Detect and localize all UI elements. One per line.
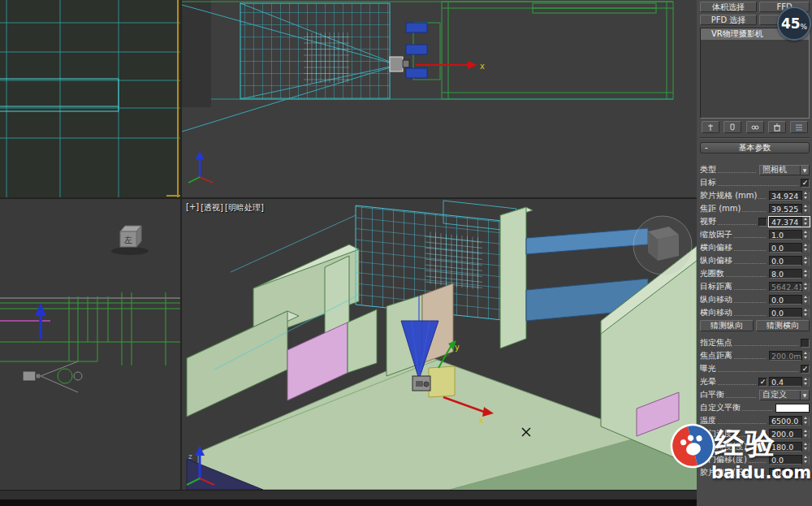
- spinner-down-icon[interactable]: [802, 196, 809, 201]
- spinner-field[interactable]: 5642.41: [769, 282, 810, 292]
- spinner-down-icon[interactable]: [802, 434, 809, 439]
- spinner-down-icon[interactable]: [802, 209, 809, 214]
- guess-button[interactable]: 猜测横向: [756, 320, 810, 331]
- spinner-field[interactable]: 180.0: [769, 442, 810, 452]
- rollout-collapse-icon[interactable]: -: [705, 143, 708, 153]
- spinner-arrows[interactable]: [801, 377, 809, 387]
- spinner-arrows[interactable]: [801, 308, 809, 318]
- spinner-arrows[interactable]: [801, 230, 809, 240]
- spinner-field[interactable]: 200.0: [769, 429, 810, 439]
- rollout-basic-params[interactable]: - 基本参数: [700, 142, 810, 154]
- viewport-top[interactable]: x: [182, 0, 697, 197]
- param-label: 快门速度: [700, 428, 732, 439]
- pink-wall-left[interactable]: [287, 322, 348, 400]
- spinner-down-icon[interactable]: [802, 447, 809, 452]
- dotted-leader: [734, 431, 766, 437]
- spinner-arrows[interactable]: [801, 282, 809, 292]
- spinner-field[interactable]: 39.525: [769, 204, 810, 214]
- spinner-down-icon[interactable]: [802, 248, 809, 253]
- viewcube-left[interactable]: 左: [111, 226, 149, 255]
- spinner-down-icon[interactable]: [802, 473, 809, 478]
- checkbox[interactable]: ✓: [801, 179, 810, 188]
- spinner-field[interactable]: 0.0: [769, 243, 810, 253]
- field-value: 0.4: [770, 378, 801, 387]
- spinner-field[interactable]: 6500.0: [769, 416, 810, 426]
- param-label: 指定焦点: [700, 337, 732, 348]
- spinner-field[interactable]: 1.0: [769, 230, 810, 240]
- viewport-top-left[interactable]: [0, 0, 180, 197]
- spinner-arrows[interactable]: [801, 217, 809, 227]
- pin-stack-icon[interactable]: [702, 121, 719, 133]
- checkbox[interactable]: ✓: [801, 365, 810, 374]
- spinner-field[interactable]: 8.0: [769, 269, 810, 279]
- progress-badge: 45%: [777, 6, 811, 41]
- rollout-title: 基本参数: [739, 143, 771, 152]
- param-label: 纵向偏移: [700, 255, 732, 266]
- viewport-divider-horizontal[interactable]: [0, 197, 697, 199]
- spinner-down-icon[interactable]: [802, 235, 809, 240]
- viewport-menu-shading[interactable]: [明暗处理]: [225, 202, 264, 214]
- dropdown[interactable]: 照相机▼: [759, 165, 810, 175]
- modifier-button-pfd-select[interactable]: PFD 选择: [700, 15, 757, 25]
- spinner-field[interactable]: 0.0: [769, 308, 810, 318]
- color-swatch[interactable]: [775, 404, 810, 413]
- spinner-arrows[interactable]: [801, 269, 809, 279]
- modifier-button-vol-select[interactable]: 体积选择: [700, 2, 757, 12]
- spinner-arrows[interactable]: [801, 429, 809, 439]
- spinner-field[interactable]: 0.0: [769, 256, 810, 266]
- spinner-arrows[interactable]: [801, 442, 809, 452]
- spinner-down-icon[interactable]: [802, 261, 809, 266]
- dotted-leader: [718, 167, 756, 173]
- spinner-arrows[interactable]: [801, 468, 809, 478]
- spinner-field[interactable]: 200.0m: [769, 351, 810, 361]
- spinner-down-icon[interactable]: [802, 382, 809, 387]
- modifier-stack-list[interactable]: VR物理摄影机: [700, 28, 810, 119]
- spinner-down-icon[interactable]: [802, 356, 809, 361]
- spinner-field[interactable]: 100.0: [769, 468, 810, 478]
- make-unique-icon[interactable]: [746, 121, 764, 133]
- viewport-perspective[interactable]: y x z: [182, 199, 697, 490]
- viewport-menu-general[interactable]: [+]: [186, 202, 199, 214]
- configure-modifier-sets-icon[interactable]: [790, 121, 808, 133]
- checkbox[interactable]: [801, 339, 810, 348]
- spinner-field[interactable]: 0.0: [769, 455, 810, 465]
- checkbox[interactable]: [758, 218, 767, 227]
- spinner-down-icon[interactable]: [802, 287, 809, 292]
- spinner-field[interactable]: 0.4: [769, 377, 810, 387]
- dropdown[interactable]: 自定义▼: [759, 390, 810, 400]
- spinner-arrows[interactable]: [801, 295, 809, 305]
- viewport-left[interactable]: 左: [0, 199, 180, 490]
- spinner-down-icon[interactable]: [802, 313, 809, 318]
- spinner-down-icon[interactable]: [802, 274, 809, 279]
- field-value: 6500.0: [770, 417, 801, 426]
- viewport-label: [+] [透视] [明暗处理]: [186, 202, 264, 214]
- spinner-down-icon[interactable]: [802, 421, 809, 426]
- spinner-down-icon[interactable]: [802, 460, 809, 465]
- viewport-menu-pov[interactable]: [透视]: [201, 202, 223, 214]
- spinner-field[interactable]: 34.924: [769, 191, 810, 201]
- show-end-result-icon[interactable]: [723, 121, 741, 133]
- spinner-field[interactable]: 0.0: [769, 295, 810, 305]
- remove-modifier-icon[interactable]: [768, 121, 786, 133]
- spinner-down-icon[interactable]: [802, 300, 809, 305]
- blue-beam-top[interactable]: [526, 228, 648, 254]
- spinner-arrows[interactable]: [801, 351, 809, 361]
- viewcube[interactable]: [633, 216, 692, 275]
- top-view-wireframe: x: [182, 0, 697, 197]
- spinner-down-icon[interactable]: [802, 222, 809, 227]
- param-label: 目标距离: [700, 281, 732, 292]
- checkbox[interactable]: ✓: [758, 378, 767, 387]
- camera-icon[interactable]: [23, 361, 82, 392]
- spinner-arrows[interactable]: [801, 416, 809, 426]
- spinner-arrows[interactable]: [801, 243, 809, 253]
- viewport-divider-vertical[interactable]: [180, 0, 182, 490]
- axis-y-label: y: [455, 343, 460, 352]
- spinner-arrows[interactable]: [801, 455, 809, 465]
- spinner-arrows[interactable]: [801, 204, 809, 214]
- spinner-field[interactable]: 47.374: [769, 217, 810, 227]
- spinner-arrows[interactable]: [801, 256, 809, 266]
- field-value: 1.0: [770, 231, 801, 240]
- param-label: 胶片规格 (mm): [700, 190, 757, 201]
- guess-button[interactable]: 猜测纵向: [700, 320, 754, 331]
- spinner-arrows[interactable]: [801, 191, 809, 201]
